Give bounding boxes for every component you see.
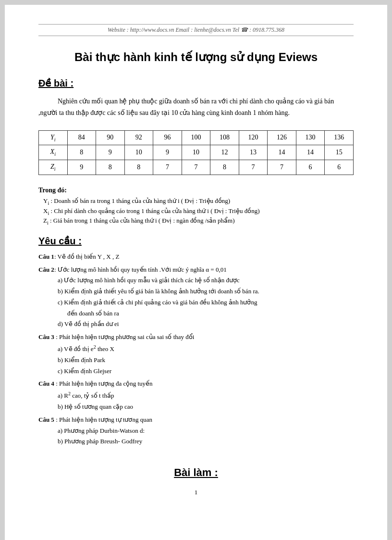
- table-cell: 108: [210, 130, 239, 145]
- table-cell: 8: [96, 160, 125, 175]
- table-label: Yi: [39, 130, 68, 145]
- bai-lam: Bài làm :: [38, 466, 354, 479]
- table-cell: 96: [153, 130, 182, 145]
- cau-sub: b) Phương pháp Breush- Godfrey: [58, 436, 354, 447]
- cau-line: Câu 2: Ước lượng mô hình hồi quy tuyến t…: [38, 266, 227, 273]
- trong-do-item: Yi : Doanh số bán ra trong 1 tháng của c…: [43, 197, 354, 206]
- de-bai-title: Đề bài :: [38, 77, 354, 89]
- cau-line: Câu 5 : Phát hiện hiện tượng tự tương qu…: [38, 416, 152, 423]
- yeu-cau-item: Câu 4 : Phát hiện hiện tượng đa cộng tuy…: [38, 378, 354, 413]
- cau-sub: c) Kiểm định giả thiết cả chi phí quảng …: [58, 297, 354, 308]
- table-cell: 7: [239, 160, 268, 175]
- table-cell: 8: [124, 160, 153, 175]
- header-bar: Website : http://www.docs.vn Email : lie…: [38, 24, 354, 36]
- table-cell: 14: [296, 145, 325, 160]
- table-cell: 7: [153, 160, 182, 175]
- cau-line: Câu 3 : Phát hiện hiện tượng phương sai …: [38, 333, 194, 340]
- yeu-cau-item: Câu 5 : Phát hiện hiện tượng tự tương qu…: [38, 414, 354, 447]
- table-cell: 9: [96, 145, 125, 160]
- cau-sub: đến doanh số bán ra: [67, 308, 354, 319]
- table-cell: 10: [182, 145, 210, 160]
- cau-sub: c) Kiểm định Glejser: [58, 366, 354, 377]
- page: Website : http://www.docs.vn Email : lie…: [5, 5, 387, 540]
- yeu-cau-title: Yêu cầu :: [38, 235, 354, 247]
- table-cell: 12: [210, 145, 239, 160]
- yeu-cau-item: Câu 3 : Phát hiện hiện tượng phương sai …: [38, 332, 354, 377]
- table-cell: 120: [239, 130, 268, 145]
- table-cell: 8: [210, 160, 239, 175]
- trong-do-item: Xi : Chi phí dành cho quảng cáo trong 1 …: [43, 207, 354, 216]
- cau-sub: a) Ước lượng mô hình hồi quy mẫu và giải…: [58, 275, 354, 286]
- table-cell: 6: [325, 160, 354, 175]
- table-cell: 9: [153, 145, 182, 160]
- table-label: Xi: [39, 145, 68, 160]
- cau-sub: d) Vẽ đồ thị phần dư ei: [58, 319, 354, 330]
- table-cell: 7: [268, 160, 296, 175]
- table-cell: 84: [67, 130, 96, 145]
- cau-sub: a) Phương pháp Durbin-Watson d:: [58, 426, 354, 437]
- table-cell: 100: [182, 130, 210, 145]
- table-cell: 90: [96, 130, 125, 145]
- table-cell: 8: [67, 145, 96, 160]
- cau-sub: a) Vẽ đồ thị e2 theo X: [58, 343, 354, 355]
- table-cell: 126: [268, 130, 296, 145]
- cau-sub: a) R2 cao, tỷ số t thấp: [58, 389, 354, 402]
- cau-sub: b) Kiểm định giả thiết yêu tố giá bán là…: [58, 286, 354, 297]
- page-number: 1: [38, 489, 354, 496]
- table-label: Zi: [39, 160, 68, 175]
- table-cell: 13: [239, 145, 268, 160]
- main-title: Bài thực hành kinh tế lượng sử dụng Evie…: [38, 50, 354, 64]
- table-cell: 15: [325, 145, 354, 160]
- intro-text: Nghiên cứu mối quan hệ phụ thuộc giữa do…: [38, 96, 354, 119]
- table-cell: 10: [124, 145, 153, 160]
- cau-line: Câu 4 : Phát hiện hiện tượng đa cộng tuy…: [38, 380, 153, 387]
- trong-do-item: Zi : Giá bán trong 1 tháng của cửa hàng …: [43, 217, 354, 226]
- trong-do-label: Trong đó:: [38, 187, 354, 194]
- yeu-cau: Câu 1: Vẽ đồ thị biến Y , X , ZCâu 2: Ướ…: [38, 251, 354, 447]
- data-table: Yi84909296100108120126130136Xi8910910121…: [38, 130, 354, 175]
- cau-line: Câu 1: Vẽ đồ thị biến Y , X , Z: [38, 253, 119, 260]
- table-cell: 14: [268, 145, 296, 160]
- header-text: Website : http://www.docs.vn Email : lie…: [108, 26, 284, 33]
- cau-sub: b) Hệ số tương quan cặp cao: [58, 402, 354, 413]
- trong-do: Trong đó: Yi : Doanh số bán ra trong 1 t…: [38, 187, 354, 226]
- table-cell: 136: [325, 130, 354, 145]
- table-cell: 6: [296, 160, 325, 175]
- table-cell: 9: [67, 160, 96, 175]
- table-cell: 130: [296, 130, 325, 145]
- table-cell: 92: [124, 130, 153, 145]
- yeu-cau-item: Câu 2: Ước lượng mô hình hồi quy tuyến t…: [38, 264, 354, 330]
- table-cell: 7: [182, 160, 210, 175]
- cau-sub: b) Kiểm định Park: [58, 355, 354, 366]
- yeu-cau-item: Câu 1: Vẽ đồ thị biến Y , X , Z: [38, 251, 354, 263]
